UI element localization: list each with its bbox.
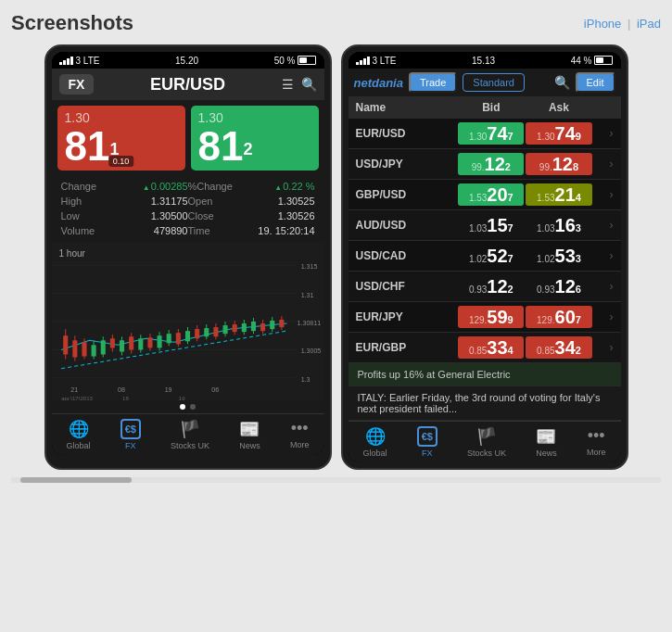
bid-cell: 0.85 334 — [458, 336, 524, 359]
more-icon: ••• — [291, 419, 309, 438]
svg-text:19: 19 — [178, 395, 184, 400]
ask-cell: 129. 607 — [526, 306, 591, 328]
nav-item-global[interactable]: 🌐 Global — [67, 419, 91, 450]
ask-cell: 1.02 533 — [526, 245, 591, 267]
nav-item-stocks[interactable]: 🏴 Stocks UK — [171, 419, 209, 450]
pct-change-label: %Change — [188, 181, 233, 192]
right-battery-icon — [594, 56, 613, 65]
bid-main: 81 — [65, 123, 110, 169]
news-text-1: Profits up 16% at General Electric — [358, 369, 511, 380]
row-chevron[interactable]: › — [593, 188, 614, 201]
nav-item-news[interactable]: 📰 News — [239, 419, 260, 450]
low-value: 1.30500 — [151, 210, 188, 221]
col-ask-header: Ask — [525, 101, 592, 114]
row-chevron[interactable]: › — [593, 127, 614, 140]
right-nav-label-global: Global — [363, 449, 387, 458]
right-nav-item-fx[interactable]: €$ FX — [417, 426, 437, 458]
right-globe-icon: 🌐 — [365, 426, 386, 447]
edit-button[interactable]: Edit — [576, 72, 615, 93]
right-nav-item-more[interactable]: ••• More — [587, 426, 606, 458]
nav-label-fx: FX — [125, 441, 136, 450]
bid-cell: 1.53 207 — [458, 183, 524, 206]
chart-area[interactable]: 1 hour — [52, 243, 324, 400]
rsignal-bar-3 — [363, 58, 366, 65]
ask-cell-prefix: 99. — [539, 162, 552, 172]
nav-item-fx[interactable]: €$ FX — [120, 419, 141, 450]
trade-row[interactable]: AUD/USD 1.03 157 1.03 163 › — [349, 210, 621, 241]
row-chevron[interactable]: › — [593, 310, 614, 323]
ask-price-box[interactable]: 1.30 812 — [191, 106, 319, 171]
battery-pct: 50 % — [274, 56, 296, 66]
ask-main: 81 — [198, 123, 244, 169]
bid-price-box[interactable]: 1.30 811 0.10 — [57, 106, 185, 171]
svg-text:06: 06 — [211, 386, 219, 394]
news-text-2: ITALY: Earlier Friday, the 3rd round of … — [358, 392, 601, 414]
signal-bars — [59, 57, 73, 65]
svg-text:18: 18 — [122, 395, 129, 400]
row-chevron[interactable]: › — [593, 249, 614, 262]
ask-cell-sup: 4 — [576, 192, 581, 203]
search-icon[interactable]: 🔍 — [554, 75, 570, 90]
news-area: Profits up 16% at General Electric ITALY… — [349, 363, 621, 421]
page-title: Screenshots — [11, 11, 133, 35]
ask-cell: 0.93 126 — [526, 275, 591, 297]
fx-label[interactable]: FX — [59, 74, 95, 95]
row-chevron[interactable]: › — [593, 158, 614, 171]
ask-cell-sup: 7 — [576, 314, 581, 325]
right-nav-label-more: More — [587, 448, 606, 457]
news-item-1[interactable]: Profits up 16% at General Electric — [349, 363, 621, 386]
pagination-dot-1[interactable] — [180, 404, 185, 410]
bid-cell-prefix: 0.93 — [469, 284, 487, 295]
network-type: 3 LTE — [76, 56, 100, 66]
scrollbar-area[interactable] — [11, 477, 661, 483]
bid-cell-main: 12 — [487, 277, 507, 296]
trade-row[interactable]: EUR/JPY 129. 599 129. 607 › — [349, 302, 621, 333]
right-nav-item-stocks[interactable]: 🏴 Stocks UK — [467, 426, 506, 458]
trade-button[interactable]: Trade — [409, 72, 457, 93]
signal-bar-3 — [67, 58, 70, 65]
ask-cell-main: 16 — [555, 216, 576, 234]
bid-cell-sup: 7 — [508, 253, 514, 264]
menu-icon[interactable]: ☰ — [282, 77, 294, 92]
screenshots-container: 3 LTE 15.20 50 % FX EUR/USD ☰ 🔍 — [11, 44, 661, 470]
price-boxes: 1.30 811 0.10 1.30 812 — [52, 100, 324, 176]
standard-button[interactable]: Standard — [463, 73, 525, 92]
nav-item-more[interactable]: ••• More — [290, 419, 310, 450]
left-bottom-nav: 🌐 Global €$ FX 🏴 Stocks UK 📰 News ••• — [52, 413, 324, 455]
ask-cell-sup: 8 — [573, 161, 578, 172]
news-item-2[interactable]: ITALY: Earlier Friday, the 3rd round of … — [349, 386, 621, 421]
bid-cell-prefix: 1.30 — [469, 132, 487, 142]
trade-row[interactable]: USD/CHF 0.93 122 0.93 126 › — [349, 272, 621, 302]
pagination-dot-2[interactable] — [190, 404, 196, 410]
trade-row[interactable]: USD/CAD 1.02 527 1.02 533 › — [349, 241, 621, 272]
right-nav-item-news[interactable]: 📰 News — [536, 426, 557, 458]
netdania-logo: netdania — [354, 76, 403, 90]
trade-pair: AUD/USD — [356, 219, 458, 232]
right-status-bar: 3 LTE 15.13 44 % — [349, 52, 621, 69]
ask-cell-prefix: 1.30 — [537, 132, 554, 142]
fx-nav-icon: €$ — [120, 419, 141, 439]
ask-cell-prefix: 0.85 — [537, 346, 554, 356]
svg-text:19: 19 — [164, 386, 171, 394]
row-chevron[interactable]: › — [593, 280, 614, 293]
trade-row[interactable]: EUR/USD 1.30 747 1.30 749 › — [349, 119, 621, 149]
ask-price-display: 812 — [198, 126, 311, 167]
left-phone-screen: 3 LTE 15.20 50 % FX EUR/USD ☰ 🔍 — [52, 52, 324, 455]
row-chevron[interactable]: › — [593, 219, 614, 232]
right-nav-label-stocks: Stocks UK — [467, 449, 506, 458]
search-icon[interactable]: 🔍 — [301, 77, 317, 92]
trade-row[interactable]: GBP/USD 1.53 207 1.53 214 › — [349, 180, 621, 210]
trade-row[interactable]: USD/JPY 99. 122 99. 128 › — [349, 149, 621, 180]
ipad-tab[interactable]: iPad — [637, 17, 661, 31]
signal-bar-4 — [70, 57, 73, 65]
trade-row[interactable]: EUR/GBP 0.85 334 0.85 342 › — [349, 333, 621, 363]
right-more-icon: ••• — [588, 426, 605, 446]
scrollbar-thumb[interactable] — [20, 477, 132, 483]
ask-cell-sup: 6 — [576, 284, 581, 295]
trade-pair: USD/JPY — [356, 158, 458, 171]
stat-open: Open 1.30525 — [188, 195, 315, 208]
iphone-tab[interactable]: iPhone — [584, 17, 621, 31]
row-chevron[interactable]: › — [593, 341, 614, 354]
news-icon: 📰 — [239, 419, 260, 439]
right-nav-item-global[interactable]: 🌐 Global — [363, 426, 387, 458]
